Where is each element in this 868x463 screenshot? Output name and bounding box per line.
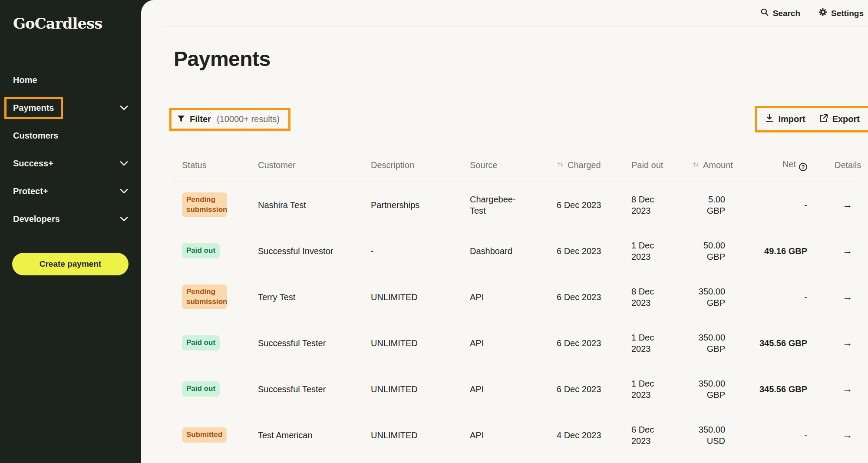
create-payment-button[interactable]: Create payment <box>12 253 129 275</box>
column-header-customer: Customer <box>250 148 363 182</box>
cell-paid-out: 8 Dec 2023 <box>623 182 684 228</box>
cell-customer: Successful Tester <box>250 366 363 412</box>
gear-icon <box>818 8 827 19</box>
search-button[interactable]: Search <box>760 8 800 19</box>
filter-button[interactable]: Filter (10000+ results) <box>177 114 280 124</box>
cell-paid-out: 1 Dec 2023 <box>623 320 684 366</box>
sidebar-item-success-plus[interactable]: Success+ <box>0 149 141 177</box>
sort-icon <box>692 160 700 170</box>
cell-description: UNLIMITED <box>363 320 462 366</box>
cell-source: API <box>462 412 548 458</box>
details-arrow-icon[interactable]: → <box>842 429 852 440</box>
chevron-down-icon <box>120 161 128 166</box>
topbar: Search Settings <box>141 0 868 26</box>
search-label: Search <box>773 9 800 18</box>
sidebar-item-label: Success+ <box>13 159 53 169</box>
filter-label: Filter <box>190 114 211 124</box>
annotation-box-filter: Filter (10000+ results) <box>169 108 290 131</box>
sidebar-nav: Home Payments Customers Success+ <box>0 66 141 233</box>
sidebar-item-label: Protect+ <box>13 186 48 196</box>
chevron-down-icon <box>120 105 128 111</box>
cell-customer: Terry Test <box>250 274 363 320</box>
export-button[interactable]: Export <box>819 114 860 125</box>
annotation-box-import-export: Import Export <box>755 106 868 132</box>
download-icon <box>765 114 774 125</box>
details-arrow-icon[interactable]: → <box>842 291 852 302</box>
cell-source: API <box>462 366 548 412</box>
header-divider <box>162 26 868 27</box>
details-arrow-icon[interactable]: → <box>842 199 852 210</box>
column-header-net: Net? <box>744 148 826 182</box>
status-badge: Pending submission <box>182 284 227 310</box>
sidebar-item-label: Home <box>13 75 37 85</box>
cell-net: 345.56 GBP <box>744 366 826 412</box>
status-badge: Pending submission <box>182 192 227 218</box>
status-badge: Paid out <box>182 243 220 258</box>
cell-customer: Successful Tester <box>250 320 363 366</box>
sidebar-item-home[interactable]: Home <box>0 66 141 94</box>
content-panel: Search Settings <box>141 0 868 463</box>
sidebar-item-label: Payments <box>13 103 54 112</box>
import-label: Import <box>778 114 805 124</box>
import-button[interactable]: Import <box>765 114 805 125</box>
table-row[interactable]: Paid out Successful Tester UNLIMITED API… <box>174 320 858 366</box>
table-row[interactable]: Paid out Successful Tester UNLIMITED API… <box>174 366 858 412</box>
cell-paid-out: 8 Dec 2023 <box>623 274 684 320</box>
column-header-charged[interactable]: Charged <box>548 148 623 182</box>
settings-label: Settings <box>831 9 864 18</box>
cell-paid-out: 1 Dec 2023 <box>623 228 684 274</box>
cell-net: 345.56 GBP <box>744 320 826 366</box>
page-title: Payments <box>174 48 868 70</box>
gocardless-logo: GoCardless <box>0 0 141 32</box>
details-arrow-icon[interactable]: → <box>842 337 852 348</box>
cell-source: API <box>462 274 548 320</box>
details-arrow-icon[interactable]: → <box>842 245 852 256</box>
column-header-paid-out: Paid out <box>623 148 684 182</box>
column-header-status: Status <box>174 148 250 182</box>
cell-description: UNLIMITED <box>363 412 462 458</box>
cell-net: - <box>744 182 826 228</box>
details-arrow-icon[interactable]: → <box>842 383 852 394</box>
cell-customer: Successful Investor <box>250 228 363 274</box>
cell-paid-out: 6 Dec 2023 <box>623 412 684 458</box>
chevron-down-icon <box>120 216 128 222</box>
cell-description: Partnerships <box>363 182 462 228</box>
table-row[interactable]: Paid out Successful Investor - Dashboard… <box>174 228 858 274</box>
column-header-source: Source <box>462 148 548 182</box>
cell-source: Chargebee-Test <box>462 182 548 228</box>
cell-description: UNLIMITED <box>363 366 462 412</box>
cell-paid-out: 1 Dec 2023 <box>623 366 684 412</box>
net-help-icon[interactable]: ? <box>799 163 807 171</box>
sidebar: GoCardless Home Payments Customers Succe… <box>0 0 141 463</box>
table-row[interactable]: Pending submission Nashira Test Partners… <box>174 182 858 228</box>
table-row[interactable]: Submitted Test American UNLIMITED API 4 … <box>174 412 858 458</box>
cell-amount: 350.00 GBP <box>684 366 744 412</box>
cell-source: API <box>462 320 548 366</box>
sidebar-item-developers[interactable]: Developers <box>0 205 141 233</box>
sidebar-item-customers[interactable]: Customers <box>0 122 141 149</box>
cell-amount: 5.00 GBP <box>684 182 744 228</box>
settings-button[interactable]: Settings <box>818 8 864 19</box>
cell-amount: 350.00 USD <box>684 412 744 458</box>
external-link-icon <box>819 114 828 125</box>
column-header-amount[interactable]: Amount <box>684 148 744 182</box>
export-label: Export <box>832 114 860 124</box>
cell-net: 49.16 GBP <box>744 228 826 274</box>
cell-charged: 6 Dec 2023 <box>548 366 623 412</box>
sidebar-item-label: Customers <box>13 131 58 141</box>
cell-customer: Nashira Test <box>250 182 363 228</box>
filter-results-count: (10000+ results) <box>217 114 280 124</box>
chevron-down-icon <box>120 189 128 194</box>
status-badge: Paid out <box>182 335 220 351</box>
table-header-row: Status Customer Description Source Charg… <box>174 148 858 182</box>
cell-net: - <box>744 274 826 320</box>
cell-source: Dashboard <box>462 228 548 274</box>
column-header-description: Description <box>363 148 462 182</box>
status-badge: Submitted <box>182 427 227 443</box>
sidebar-item-payments[interactable]: Payments <box>0 94 141 122</box>
payments-table: Status Customer Description Source Charg… <box>174 148 858 458</box>
sidebar-item-protect-plus[interactable]: Protect+ <box>0 177 141 205</box>
cell-amount: 350.00 GBP <box>684 274 744 320</box>
filter-funnel-icon <box>177 115 185 124</box>
table-row[interactable]: Pending submission Terry Test UNLIMITED … <box>174 274 858 320</box>
